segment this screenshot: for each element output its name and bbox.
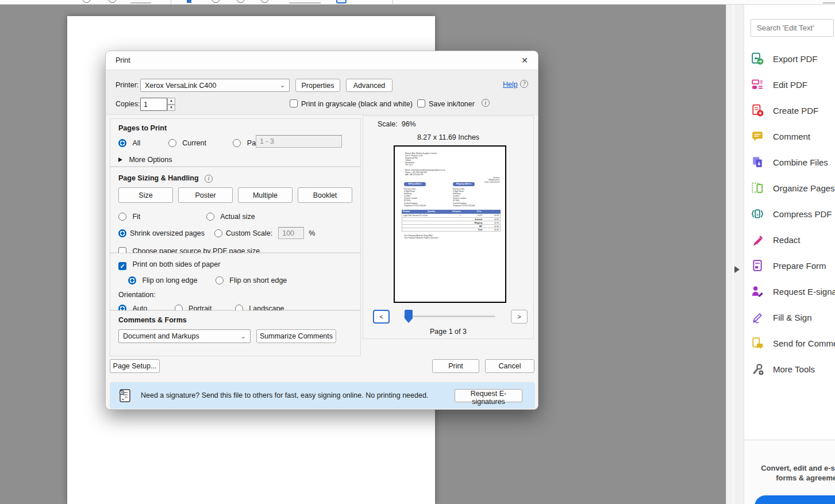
- billing-address-block: Racing Crafts4 High RoadHollowayLondonGr…: [404, 188, 426, 207]
- grayscale-checkbox[interactable]: [290, 99, 298, 107]
- sidebar-item-combine-files[interactable]: Combine Files: [751, 152, 835, 172]
- sidebar-item-organize-pages[interactable]: Organize Pages: [751, 178, 835, 198]
- pages-all-radio[interactable]: [118, 139, 126, 147]
- shipping-address-block: Racing Crafts4 High RoadHollowayLondonGr…: [453, 188, 475, 207]
- both-sides-checkbox[interactable]: ✓: [118, 262, 126, 270]
- promo-text: Convert, edit and e-sign PDF forms & agr…: [749, 463, 835, 483]
- shrink-radio[interactable]: [118, 229, 126, 237]
- info-icon[interactable]: i: [205, 175, 213, 183]
- stepper-down-icon[interactable]: ▼: [167, 105, 175, 111]
- toolbar-icon-fragment[interactable]: [82, 0, 91, 3]
- toolbar-divider: [393, 0, 393, 5]
- toolbar-icon-fragment[interactable]: [187, 0, 191, 3]
- chevron-down-icon: ⌄: [280, 82, 285, 89]
- scale-value: 96%: [402, 120, 416, 128]
- scroll-gutter[interactable]: [726, 5, 744, 504]
- pages-current-radio[interactable]: [168, 139, 176, 147]
- preview-page-thumbnail: Maison Blue Making Supplies LimitedUnit …: [394, 145, 506, 303]
- request-esign-icon: [751, 285, 764, 298]
- toolbar-icon-fragment[interactable]: [823, 2, 835, 3]
- sidebar-item-send-for-comments[interactable]: Send for Comments: [751, 333, 835, 353]
- pages-range-radio[interactable]: [233, 139, 241, 147]
- sidebar-item-redact[interactable]: Redact: [751, 229, 835, 250]
- compress-pdf-icon: [751, 207, 764, 220]
- stepper-up-icon[interactable]: ▲: [167, 98, 175, 105]
- flip-short-radio[interactable]: [216, 276, 224, 284]
- comments-forms-select[interactable]: Document and Markups ⌄: [118, 329, 251, 343]
- page-slider-track[interactable]: [403, 316, 495, 317]
- advanced-button[interactable]: Advanced: [346, 79, 393, 92]
- both-sides-label: Print on both sides of paper: [132, 260, 220, 268]
- pages-to-print-title: Pages to Print: [118, 124, 352, 132]
- size-button[interactable]: Size: [118, 187, 173, 203]
- custom-scale-input[interactable]: [278, 227, 304, 239]
- flip-long-radio[interactable]: [128, 276, 136, 284]
- sidebar-item-prepare-form[interactable]: Prepare Form: [751, 255, 835, 276]
- invoice-summary-rows: Subtotal£4.95Shipping£1.50VAT£0.00Total£…: [402, 218, 501, 232]
- duplex-orientation-section: ✓ Print on both sides of paper Flip on l…: [110, 253, 361, 310]
- pages-range-input[interactable]: [256, 135, 342, 148]
- toolbar-icon-fragment[interactable]: [108, 0, 117, 3]
- help-icon[interactable]: ?: [520, 80, 528, 88]
- multiple-button[interactable]: Multiple: [238, 187, 293, 203]
- prepare-form-icon: [751, 259, 764, 272]
- sidebar-item-fill-sign[interactable]: Fill & Sign: [751, 307, 835, 328]
- help-link[interactable]: Help: [503, 80, 518, 89]
- toolbar-icon-fragment[interactable]: [130, 2, 151, 3]
- search-input[interactable]: [751, 19, 834, 37]
- custom-scale-label: Custom Scale:: [226, 229, 272, 237]
- info-icon[interactable]: i: [482, 99, 490, 107]
- toolbar-selected-tool[interactable]: [336, 0, 347, 3]
- close-icon[interactable]: ✕: [517, 53, 532, 68]
- free-trial-button[interactable]: Free 7-Day Trial: [755, 495, 835, 504]
- signature-doc-icon: [117, 388, 133, 403]
- toolbar-icon-fragment[interactable]: [211, 0, 220, 3]
- sidebar-item-more-tools[interactable]: More Tools: [751, 359, 835, 379]
- organize-pages-icon: [751, 182, 764, 194]
- sidebar-item-compress-pdf[interactable]: Compress PDF: [751, 203, 835, 224]
- sidebar-item-export-pdf[interactable]: Export PDF: [751, 48, 835, 69]
- copies-stepper[interactable]: ▲▼: [167, 98, 175, 111]
- sidebar-item-comment[interactable]: Comment: [751, 126, 835, 147]
- print-button[interactable]: Print: [432, 359, 479, 373]
- page-slider-handle[interactable]: [405, 310, 413, 323]
- custom-scale-radio[interactable]: [214, 229, 222, 237]
- printer-header-band: Printer: Xerox VersaLink C400 ⌄ Properti…: [106, 70, 538, 115]
- sidebar-item-request-esign[interactable]: Request E-signatures: [751, 281, 835, 302]
- request-esignatures-button[interactable]: Request E-signatures: [455, 389, 522, 402]
- save-ink-checkbox[interactable]: [417, 99, 425, 107]
- next-page-button[interactable]: >: [511, 310, 528, 324]
- create-pdf-icon: [751, 104, 764, 117]
- sidebar-item-create-pdf[interactable]: Create PDF: [751, 100, 835, 121]
- copies-input[interactable]: [140, 98, 167, 111]
- toolbar-icon-fragment[interactable]: [236, 0, 245, 3]
- cancel-button[interactable]: Cancel: [485, 359, 534, 373]
- sidebar-item-label: Edit PDF: [773, 80, 807, 90]
- orientation-label: Orientation:: [118, 291, 352, 299]
- toolbar-divider: [171, 0, 171, 5]
- sidebar-item-edit-pdf[interactable]: Edit PDF: [751, 74, 835, 95]
- shipping-address-pill: Shipping address: [453, 182, 475, 186]
- sidebar-item-label: Redact: [773, 235, 801, 245]
- summarize-comments-button[interactable]: Summarize Comments: [256, 329, 336, 343]
- printer-select[interactable]: Xerox VersaLink C400 ⌄: [140, 79, 290, 92]
- tools-sidebar: Export PDF Edit PDF Create PDF Comment: [744, 5, 835, 504]
- more-tools-icon: [751, 363, 764, 375]
- booklet-button[interactable]: Booklet: [298, 187, 352, 203]
- export-pdf-icon: [751, 52, 764, 65]
- more-options-toggle[interactable]: More Options: [129, 156, 172, 164]
- previous-page-button[interactable]: <: [373, 310, 390, 324]
- poster-button[interactable]: Poster: [178, 187, 233, 203]
- fit-radio[interactable]: [118, 213, 126, 221]
- page-setup-button[interactable]: Page Setup...: [110, 359, 160, 373]
- gutter-divider: [733, 5, 734, 504]
- toolbar-icon-fragment[interactable]: [260, 0, 269, 3]
- dialog-titlebar[interactable]: Print ✕: [106, 51, 538, 70]
- redact-icon: [751, 233, 764, 246]
- properties-button[interactable]: Properties: [295, 79, 340, 92]
- billing-address-pill: Billing address: [404, 182, 426, 186]
- actual-size-label: Actual size: [220, 213, 255, 221]
- actual-size-radio[interactable]: [206, 213, 214, 221]
- sidebar-collapse-icon[interactable]: [734, 266, 740, 273]
- toolbar-icon-fragment[interactable]: [289, 2, 321, 3]
